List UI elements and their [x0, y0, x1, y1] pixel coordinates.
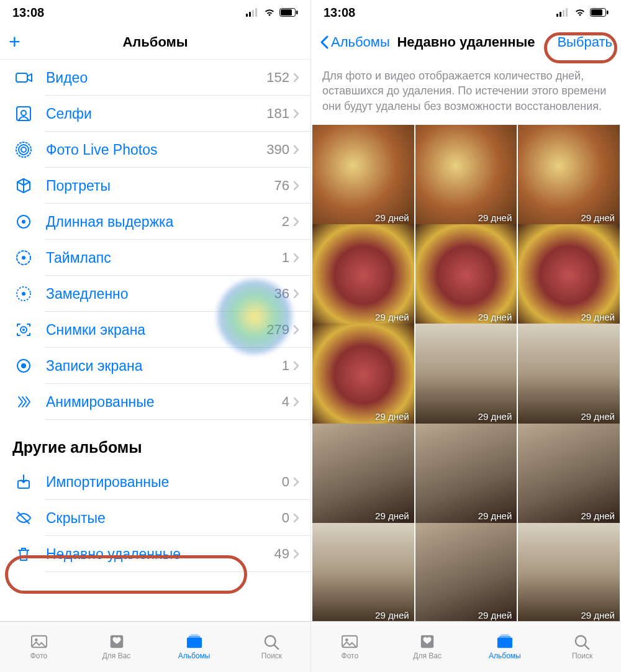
svg-rect-33 [563, 10, 564, 17]
svg-rect-1 [249, 12, 251, 17]
tab-3[interactable]: Поиск [233, 622, 310, 672]
album-count: 181 [266, 106, 289, 122]
nav-bar-deleted: Альбомы Недавно удаленные Выбрать [311, 25, 621, 60]
album-count: 390 [266, 142, 289, 158]
days-remaining: 29 дней [478, 212, 512, 223]
album-row-record[interactable]: Записи экрана 1 [0, 348, 310, 384]
days-remaining: 29 дней [581, 312, 615, 322]
import-icon [12, 471, 35, 493]
chevron-right-icon [293, 361, 299, 371]
album-label: Замедленно [46, 286, 274, 302]
album-label: Селфи [46, 106, 266, 122]
photo-thumb[interactable]: 29 дней [415, 523, 517, 621]
album-count: 76 [274, 178, 289, 194]
photo-thumb[interactable]: 29 дней [518, 224, 620, 326]
photo-grid[interactable]: 29 дней 29 дней 29 дней 29 дней 29 дней … [311, 125, 621, 621]
svg-rect-27 [186, 638, 201, 648]
days-remaining: 29 дней [478, 411, 512, 422]
days-remaining: 29 дней [375, 610, 409, 620]
days-remaining: 29 дней [581, 511, 615, 521]
album-label: Длинная выдержка [46, 214, 282, 230]
svg-rect-0 [246, 14, 248, 17]
svg-rect-7 [16, 73, 27, 82]
svg-rect-31 [556, 14, 558, 17]
photo-thumb[interactable]: 29 дней [415, 324, 517, 425]
chevron-right-icon [293, 289, 299, 299]
album-count: 1 [282, 358, 289, 374]
tab-0[interactable]: Фото [0, 622, 78, 672]
svg-rect-43 [501, 634, 509, 636]
albums-list[interactable]: Видео 152 Селфи 181 Фото Live Photos 390… [0, 60, 310, 621]
tab-icon [573, 633, 592, 650]
tab-label: Альбомы [489, 652, 521, 660]
svg-rect-29 [190, 634, 198, 636]
photo-thumb[interactable]: 29 дней [518, 324, 620, 425]
album-row-live[interactable]: Фото Live Photos 390 [0, 132, 310, 168]
album-count: 2 [282, 214, 289, 230]
tab-2[interactable]: Альбомы [466, 622, 544, 672]
album-row-timelapse[interactable]: Таймлапс 1 [0, 240, 310, 276]
tab-2[interactable]: Альбомы [155, 622, 233, 672]
photo-thumb[interactable]: 29 дней [518, 523, 620, 621]
photo-thumb[interactable]: 29 дней [312, 424, 414, 525]
album-count: 36 [274, 286, 289, 302]
cube-icon [12, 175, 35, 197]
photo-thumb[interactable]: 29 дней [518, 125, 620, 227]
svg-point-11 [19, 145, 29, 155]
album-count: 152 [266, 70, 289, 86]
days-remaining: 29 дней [581, 212, 615, 223]
chevron-right-icon [293, 253, 299, 263]
chevron-right-icon [293, 513, 299, 523]
svg-point-14 [22, 220, 25, 224]
svg-point-22 [21, 363, 26, 368]
photo-thumb[interactable]: 29 дней [415, 424, 517, 525]
selfie-icon [12, 102, 35, 125]
record-icon [12, 355, 35, 377]
tab-3[interactable]: Поиск [543, 622, 621, 672]
svg-point-18 [22, 292, 25, 296]
description-text: Для фото и видео отображается количество… [311, 60, 621, 125]
album-row-cube[interactable]: Портреты 76 [0, 168, 310, 204]
add-button[interactable]: + [9, 30, 20, 53]
album-row-selfie[interactable]: Селфи 181 [0, 96, 310, 132]
video-icon [12, 66, 35, 89]
hidden-icon [12, 507, 35, 529]
photo-thumb[interactable]: 29 дней [312, 324, 414, 425]
photo-thumb[interactable]: 29 дней [312, 523, 414, 621]
svg-point-39 [345, 638, 348, 642]
album-row-trash[interactable]: Недавно удаленные 49 [0, 536, 310, 572]
tab-1[interactable]: Для Вас [78, 622, 155, 672]
nav-bar-albums: + Альбомы [0, 25, 310, 60]
album-row-video[interactable]: Видео 152 [0, 60, 310, 96]
tab-0[interactable]: Фото [311, 622, 389, 672]
status-icons [556, 8, 609, 17]
back-button[interactable]: Альбомы [320, 34, 390, 50]
tab-1[interactable]: Для Вас [389, 622, 466, 672]
tab-icon [340, 633, 360, 650]
cellular-icon [246, 8, 260, 17]
album-row-import[interactable]: Импортированные 0 [0, 464, 310, 500]
phone-albums: 13:08 + Альбомы Видео 152 Селфи 181 Фото… [0, 0, 310, 672]
album-count: 49 [274, 546, 289, 562]
album-row-screenshot[interactable]: Снимки экрана 279 [0, 312, 310, 348]
select-button[interactable]: Выбрать [557, 34, 612, 50]
wifi-icon [263, 8, 276, 17]
animated-icon [12, 391, 35, 413]
photo-thumb[interactable]: 29 дней [312, 125, 414, 227]
svg-rect-3 [255, 8, 257, 17]
svg-point-20 [22, 329, 25, 331]
photo-thumb[interactable]: 29 дней [415, 224, 517, 326]
svg-point-10 [21, 147, 26, 152]
chevron-right-icon [293, 145, 299, 155]
photo-thumb[interactable]: 29 дней [518, 424, 620, 525]
photo-thumb[interactable]: 29 дней [415, 125, 517, 227]
album-row-longexp[interactable]: Длинная выдержка 2 [0, 204, 310, 240]
album-label: Фото Live Photos [46, 142, 266, 158]
svg-point-9 [21, 111, 26, 116]
battery-icon [590, 8, 609, 17]
tab-icon [184, 633, 204, 650]
photo-thumb[interactable]: 29 дней [312, 224, 414, 326]
album-row-slomo[interactable]: Замедленно 36 [0, 276, 310, 312]
album-row-hidden[interactable]: Скрытые 0 [0, 500, 310, 536]
album-row-animated[interactable]: Анимированные 4 [0, 384, 310, 420]
